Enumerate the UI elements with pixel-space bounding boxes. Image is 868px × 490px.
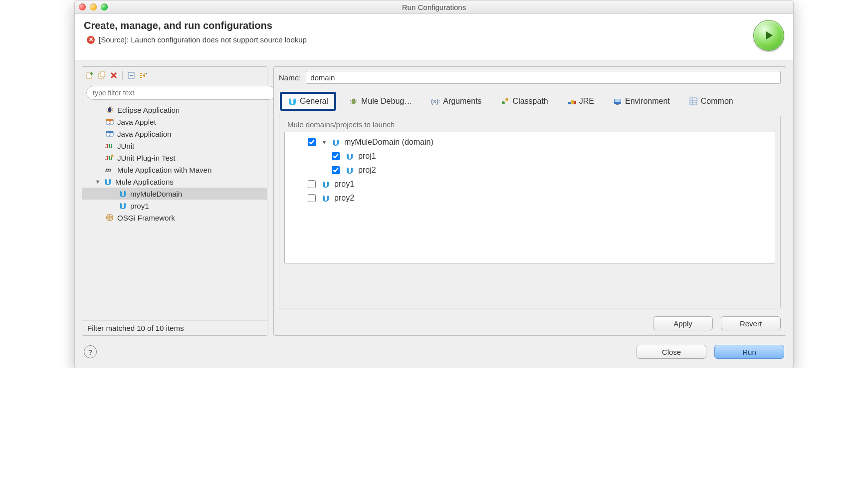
svg-rect-5 xyxy=(100,72,105,77)
name-label: Name: xyxy=(279,73,301,82)
eclipse-icon xyxy=(105,105,114,114)
tree-item-java-application[interactable]: J Java Application xyxy=(82,128,267,140)
tab-label: JRE xyxy=(579,97,594,106)
mule-icon xyxy=(288,97,297,106)
svg-text:m: m xyxy=(105,166,111,174)
run-button[interactable]: Run xyxy=(714,345,784,359)
svg-text:J: J xyxy=(109,133,111,136)
general-panel: Mule domains/projects to launch ▼ myMule… xyxy=(279,116,781,308)
mule-icon xyxy=(345,152,354,161)
svg-rect-48 xyxy=(616,104,619,105)
svg-marker-13 xyxy=(143,73,145,77)
project-checkbox[interactable] xyxy=(308,194,316,202)
project-checkbox[interactable] xyxy=(332,152,340,160)
config-editor: Name: General Mule Debug… (x)= Arguments xyxy=(273,66,786,336)
project-checkbox[interactable] xyxy=(308,180,316,188)
error-icon: ✕ xyxy=(87,36,95,44)
tab-label: Classpath xyxy=(513,97,548,106)
svg-point-16 xyxy=(108,107,111,112)
revert-button[interactable]: Revert xyxy=(721,316,781,330)
tree-item-label: JUnit xyxy=(117,142,134,150)
tab-common[interactable]: Common xyxy=(683,94,739,109)
projects-list: ▼ myMuleDomain (domain) proj1 proj2 xyxy=(284,132,775,263)
delete-config-icon[interactable] xyxy=(109,71,118,80)
list-item[interactable]: proj2 xyxy=(287,163,773,177)
tree-item-label: JUnit Plug-in Test xyxy=(117,154,175,162)
tree-item-mymuledomain[interactable]: myMuleDomain xyxy=(82,188,267,200)
tree-item-osgi[interactable]: OSGi Framework xyxy=(82,212,267,224)
tree-item-proy1[interactable]: proy1 xyxy=(82,200,267,212)
common-icon xyxy=(689,97,698,106)
svg-rect-43 xyxy=(568,102,571,104)
tab-mule-debug[interactable]: Mule Debug… xyxy=(343,94,418,109)
filter-icon[interactable] xyxy=(139,71,148,80)
collapse-all-icon[interactable] xyxy=(127,71,136,80)
project-label: proj1 xyxy=(358,152,376,161)
duplicate-config-icon[interactable] xyxy=(97,71,106,80)
tree-item-junit[interactable]: JU JUnit xyxy=(82,140,267,152)
mule-icon xyxy=(345,166,354,175)
window-title: Run Configurations xyxy=(75,3,793,11)
jre-icon xyxy=(567,97,576,106)
apply-button[interactable]: Apply xyxy=(653,316,713,330)
project-label: proy1 xyxy=(334,180,354,189)
help-icon[interactable]: ? xyxy=(84,345,97,358)
name-input[interactable] xyxy=(306,71,781,84)
svg-point-38 xyxy=(352,99,354,100)
tree-item-junit-plugin[interactable]: JU JUnit Plug-in Test xyxy=(82,152,267,164)
list-item[interactable]: proy1 xyxy=(287,177,773,191)
new-config-icon[interactable] xyxy=(85,71,94,80)
config-tree: Eclipse Application J Java Applet J Java… xyxy=(82,102,267,320)
tab-jre[interactable]: JRE xyxy=(561,94,600,109)
project-checkbox[interactable] xyxy=(308,138,316,146)
classpath-icon xyxy=(501,97,510,106)
tab-label: Arguments xyxy=(443,97,481,106)
svg-rect-47 xyxy=(615,99,621,102)
tab-classpath[interactable]: Classpath xyxy=(495,94,554,109)
svg-line-35 xyxy=(356,100,357,101)
list-item[interactable]: proy2 xyxy=(287,191,773,205)
panel-title: Mule domains/projects to launch xyxy=(284,120,775,129)
run-big-icon xyxy=(753,20,784,51)
tab-bar: General Mule Debug… (x)= Arguments Class… xyxy=(279,92,781,111)
svg-line-34 xyxy=(350,100,352,101)
tab-label: Environment xyxy=(625,97,670,106)
tree-item-label: Mule Application with Maven xyxy=(117,166,212,174)
project-checkbox[interactable] xyxy=(332,166,340,174)
tree-item-eclipse-application[interactable]: Eclipse Application xyxy=(82,104,267,116)
maven-icon: m xyxy=(105,165,114,174)
error-line: ✕ [Source]: Launch configuration does no… xyxy=(84,35,753,44)
tab-general[interactable]: General xyxy=(280,92,336,111)
list-item[interactable]: ▼ myMuleDomain (domain) xyxy=(287,135,773,149)
java-app-icon: J xyxy=(105,129,114,138)
mule-icon xyxy=(118,201,127,210)
svg-rect-49 xyxy=(690,98,697,105)
close-button[interactable]: Close xyxy=(637,345,706,359)
mule-icon xyxy=(118,189,127,198)
filter-input[interactable] xyxy=(86,86,276,100)
arguments-icon: (x)= xyxy=(431,97,440,106)
filter-status: Filter matched 10 of 10 items xyxy=(82,320,267,335)
tab-environment[interactable]: Environment xyxy=(607,94,676,109)
project-label: proj2 xyxy=(358,166,376,175)
svg-marker-14 xyxy=(146,72,147,74)
tab-arguments[interactable]: (x)= Arguments xyxy=(425,94,487,109)
java-applet-icon: J xyxy=(105,117,114,126)
caret-down-icon: ▼ xyxy=(95,179,100,185)
list-item[interactable]: proj1 xyxy=(287,149,773,163)
tree-item-java-applet[interactable]: J Java Applet xyxy=(82,116,267,128)
project-label: myMuleDomain (domain) xyxy=(344,138,434,147)
tree-item-label: Java Application xyxy=(117,130,171,138)
tree-item-mule-applications[interactable]: ▼ Mule Applications xyxy=(82,176,267,188)
configurations-sidebar: Eclipse Application J Java Applet J Java… xyxy=(82,66,267,336)
tree-item-label: OSGi Framework xyxy=(117,214,175,222)
junit-icon: JU xyxy=(105,141,114,150)
tree-item-mule-maven[interactable]: m Mule Application with Maven xyxy=(82,164,267,176)
tree-item-label: Java Applet xyxy=(117,118,156,126)
mule-icon xyxy=(321,180,330,189)
title-bar: Run Configurations xyxy=(75,0,793,14)
tab-label: Common xyxy=(701,97,733,106)
svg-rect-44 xyxy=(571,100,574,104)
tree-item-label: myMuleDomain xyxy=(130,190,182,198)
svg-point-41 xyxy=(502,101,505,104)
